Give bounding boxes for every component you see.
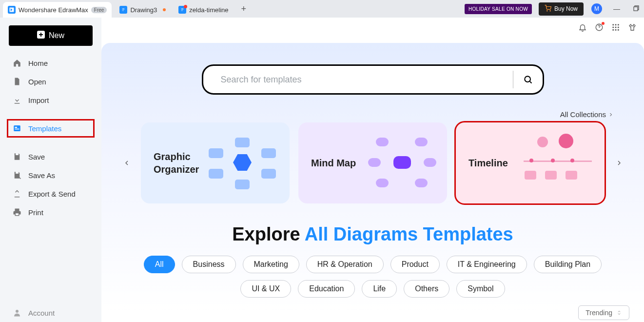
main-area: All Collections Graphic Organizer Mind M… <box>101 18 644 322</box>
svg-point-16 <box>618 27 619 28</box>
category-pill-all[interactable]: All <box>144 256 175 273</box>
sidebar-label: Templates <box>28 124 61 133</box>
svg-point-18 <box>615 29 617 31</box>
new-label: New <box>49 31 64 40</box>
category-pill-others[interactable]: Others <box>404 280 449 298</box>
sidebar-item-export[interactable]: Export & Send <box>2 184 99 203</box>
svg-point-14 <box>612 27 614 28</box>
chevron-right-icon <box>608 112 614 118</box>
buy-now-button[interactable]: Buy Now <box>539 2 584 16</box>
file-icon <box>13 77 21 86</box>
sidebar-item-import[interactable]: Import <box>2 91 99 109</box>
sidebar-label: Print <box>28 208 43 217</box>
svg-rect-7 <box>15 127 18 128</box>
card-label: Mind Map <box>311 157 356 169</box>
top-toolbar <box>578 22 637 32</box>
app-name: Wondershare EdrawMax <box>19 6 88 14</box>
timeline-art-icon <box>524 134 592 192</box>
category-pill-life[interactable]: Life <box>362 280 397 298</box>
holiday-banner[interactable]: HOLIDAY SALE ON NOW <box>465 4 532 14</box>
new-button[interactable]: New <box>9 25 93 46</box>
svg-point-12 <box>615 24 617 25</box>
sidebar-label: Open <box>28 78 46 86</box>
sidebar-label: Account <box>28 309 55 317</box>
card-label: Timeline <box>468 157 508 169</box>
category-pills: AllBusinessMarketingHR & OperationProduc… <box>121 256 624 298</box>
maximize-icon[interactable] <box>631 5 641 13</box>
trending-dropdown[interactable]: Trending <box>578 305 629 320</box>
all-collections-link[interactable]: All Collections <box>121 110 614 119</box>
svg-rect-6 <box>14 125 20 131</box>
svg-point-13 <box>618 24 619 25</box>
card-label: Graphic Organizer <box>154 150 199 176</box>
category-pill-marketing[interactable]: Marketing <box>243 256 299 273</box>
sidebar-label: Import <box>28 96 49 104</box>
carousel-next[interactable] <box>613 157 624 169</box>
cart-icon <box>545 5 551 13</box>
card-timeline[interactable]: Timeline <box>456 122 605 203</box>
svg-point-15 <box>615 27 617 28</box>
svg-point-9 <box>16 310 19 313</box>
category-pill-product[interactable]: Product <box>390 256 440 273</box>
sidebar-item-templates[interactable]: Templates <box>2 119 99 138</box>
sidebar: New Home Open Import Templates Save <box>0 18 101 322</box>
graphic-organizer-art-icon <box>209 134 277 192</box>
export-icon <box>13 189 21 198</box>
account-icon <box>13 308 21 317</box>
sidebar-label: Export & Send <box>28 190 76 198</box>
avatar[interactable]: M <box>591 3 602 14</box>
category-pill-it-engineering[interactable]: IT & Engineering <box>447 256 527 273</box>
new-tab-button[interactable]: + <box>241 4 247 14</box>
sidebar-item-print[interactable]: Print <box>2 203 99 221</box>
bell-icon[interactable] <box>578 22 587 32</box>
trending-label: Trending <box>585 309 612 317</box>
search-input[interactable] <box>203 75 513 85</box>
buy-label: Buy Now <box>554 5 578 12</box>
svg-point-3 <box>550 10 550 11</box>
home-icon <box>13 59 21 67</box>
category-pill-ui-ux[interactable]: UI & UX <box>240 280 291 298</box>
carousel-prev[interactable] <box>121 157 132 169</box>
svg-point-11 <box>612 24 614 25</box>
import-icon <box>13 96 21 104</box>
free-badge: Free <box>91 7 107 13</box>
minimize-icon[interactable]: — <box>612 5 622 13</box>
save-icon <box>13 152 21 161</box>
svg-point-19 <box>618 29 619 31</box>
explore-heading: Explore All Diagrams Templates <box>121 224 624 245</box>
sidebar-label: Save As <box>28 171 55 180</box>
svg-rect-8 <box>15 129 20 130</box>
app-tab[interactable]: Wondershare EdrawMax Free <box>3 2 112 18</box>
category-pill-business[interactable]: Business <box>182 256 236 273</box>
category-pill-education[interactable]: Education <box>298 280 355 298</box>
sidebar-item-save[interactable]: Save <box>2 147 99 166</box>
templates-icon <box>13 124 21 133</box>
document-icon <box>119 6 127 14</box>
svg-rect-4 <box>634 7 638 11</box>
sidebar-item-open[interactable]: Open <box>2 72 99 91</box>
tab-drawing3[interactable]: Drawing3 <box>115 2 171 18</box>
tab-label: Drawing3 <box>130 6 157 14</box>
category-pill-symbol[interactable]: Symbol <box>456 280 505 298</box>
card-graphic-organizer[interactable]: Graphic Organizer <box>141 122 290 203</box>
sidebar-label: Save <box>28 153 45 161</box>
card-mind-map[interactable]: Mind Map <box>298 122 447 203</box>
search-button[interactable] <box>513 75 543 84</box>
search-bar <box>202 64 544 95</box>
plus-icon <box>37 31 45 40</box>
svg-point-2 <box>547 10 547 11</box>
apps-icon[interactable] <box>611 22 621 32</box>
template-carousel: Graphic Organizer Mind Map Timeline <box>121 122 624 203</box>
document-icon <box>178 6 186 14</box>
sidebar-item-home[interactable]: Home <box>2 54 99 72</box>
saveas-icon <box>13 171 21 180</box>
print-icon <box>13 208 21 217</box>
help-icon[interactable] <box>594 22 604 32</box>
tab-zelda-timeline[interactable]: zelda-timeline <box>174 2 233 18</box>
mind-map-art-icon <box>366 134 434 192</box>
tshirt-icon[interactable] <box>627 22 637 32</box>
sidebar-item-account[interactable]: Account <box>2 303 99 322</box>
sidebar-item-saveas[interactable]: Save As <box>2 166 99 184</box>
category-pill-hr-operation[interactable]: HR & Operation <box>306 256 384 273</box>
category-pill-building-plan[interactable]: Building Plan <box>534 256 602 273</box>
